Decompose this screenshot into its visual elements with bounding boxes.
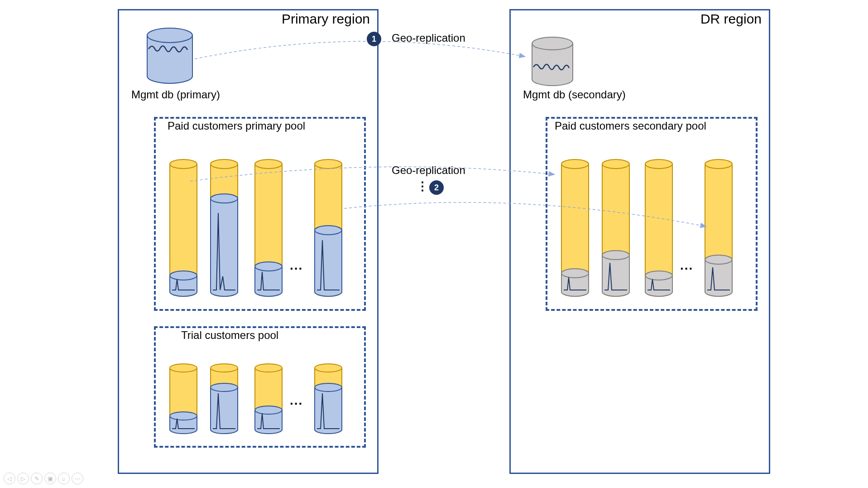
step-badge-2: 2 [429, 180, 444, 195]
step-badge-1: 1 [367, 32, 381, 46]
vdots-icon: ⋮ [417, 179, 429, 193]
pen-tool-button[interactable]: ✎ [31, 473, 43, 484]
slideshow-toolbar: ◁ ▷ ✎ ▣ ⌕ ⋯ [4, 473, 83, 484]
view-all-slides-button[interactable]: ▣ [44, 473, 56, 484]
geo-replication-arrow-2b [0, 0, 868, 488]
geo-replication-label-2: Geo-replication [392, 164, 465, 177]
diagram-canvas: Primary region Mgmt db (primary) Paid cu… [0, 0, 868, 488]
more-options-button[interactable]: ⋯ [72, 473, 83, 484]
prev-slide-button[interactable]: ◁ [4, 473, 15, 484]
next-slide-button[interactable]: ▷ [17, 473, 29, 484]
zoom-button[interactable]: ⌕ [58, 473, 70, 484]
